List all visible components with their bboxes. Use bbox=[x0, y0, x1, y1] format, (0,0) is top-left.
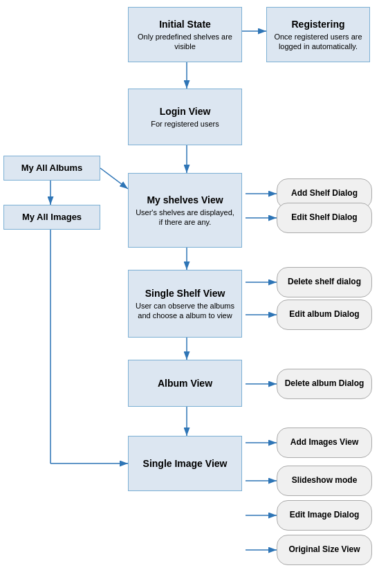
add-shelf-dialog-title: Add Shelf Dialog bbox=[291, 188, 358, 199]
delete-shelf-dialog-box: Delete shelf dialog bbox=[277, 267, 372, 297]
diagram: Initial State Only predefined shelves ar… bbox=[0, 0, 379, 588]
edit-shelf-dialog-box: Edit Shelf Dialog bbox=[277, 203, 372, 233]
my-all-images-box: My All Images bbox=[3, 205, 100, 230]
original-size-view-box: Original Size View bbox=[277, 535, 372, 565]
edit-album-dialog-title: Edit album Dialog bbox=[289, 309, 359, 320]
initial-state-subtitle: Only predefined shelves are visible bbox=[134, 32, 236, 52]
edit-image-dialog-box: Edit Image Dialog bbox=[277, 500, 372, 531]
original-size-view-title: Original Size View bbox=[288, 544, 360, 555]
login-view-box: Login View For registered users bbox=[128, 89, 242, 145]
login-view-subtitle: For registered users bbox=[151, 119, 219, 129]
my-shelves-view-subtitle: User's shelves are displayed, if there a… bbox=[134, 208, 236, 228]
single-shelf-view-title: Single Shelf View bbox=[145, 287, 225, 300]
my-shelves-view-box: My shelves View User's shelves are displ… bbox=[128, 173, 242, 248]
album-view-box: Album View bbox=[128, 360, 242, 407]
album-view-title: Album View bbox=[158, 377, 212, 389]
single-shelf-view-subtitle: User can observe the albums and choose a… bbox=[134, 301, 236, 321]
initial-state-title: Initial State bbox=[159, 18, 211, 30]
svg-line-4 bbox=[100, 168, 128, 189]
initial-state-box: Initial State Only predefined shelves ar… bbox=[128, 7, 242, 62]
my-all-albums-box: My All Albums bbox=[3, 156, 100, 181]
my-all-images-title: My All Images bbox=[22, 212, 82, 223]
registering-subtitle: Once registered users are logged in auto… bbox=[272, 32, 364, 52]
login-view-title: Login View bbox=[160, 105, 211, 118]
single-shelf-view-box: Single Shelf View User can observe the a… bbox=[128, 270, 242, 338]
registering-title: Registering bbox=[291, 18, 344, 30]
add-images-view-box: Add Images View bbox=[277, 428, 372, 458]
delete-shelf-dialog-title: Delete shelf dialog bbox=[288, 277, 361, 288]
my-all-albums-title: My All Albums bbox=[21, 163, 83, 174]
my-shelves-view-title: My shelves View bbox=[147, 194, 223, 206]
edit-image-dialog-title: Edit Image Dialog bbox=[290, 510, 360, 521]
slideshow-mode-title: Slideshow mode bbox=[292, 475, 358, 486]
single-image-view-box: Single Image View bbox=[128, 436, 242, 491]
slideshow-mode-box: Slideshow mode bbox=[277, 466, 372, 496]
delete-album-dialog-box: Delete album Dialog bbox=[277, 369, 372, 399]
edit-shelf-dialog-title: Edit Shelf Dialog bbox=[291, 212, 357, 223]
registering-box: Registering Once registered users are lo… bbox=[266, 7, 370, 62]
delete-album-dialog-title: Delete album Dialog bbox=[285, 378, 364, 389]
add-images-view-title: Add Images View bbox=[290, 437, 358, 448]
edit-album-dialog-box: Edit album Dialog bbox=[277, 300, 372, 330]
single-image-view-title: Single Image View bbox=[143, 457, 228, 470]
